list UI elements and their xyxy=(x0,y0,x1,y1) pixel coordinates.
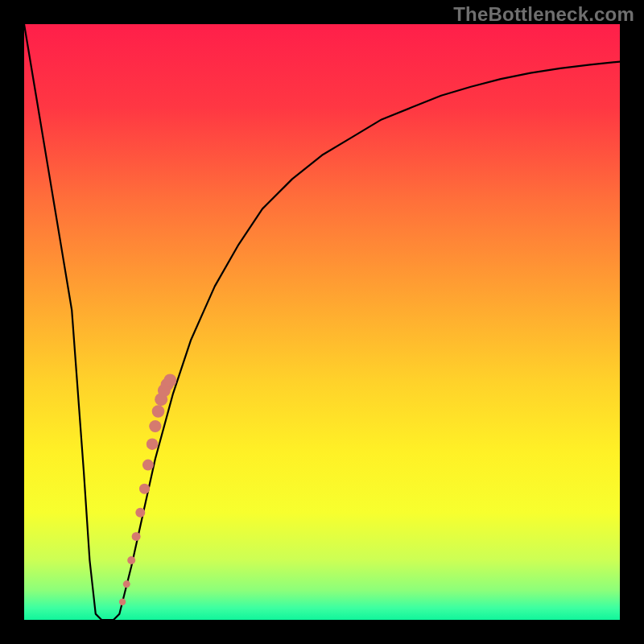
highlight-dot xyxy=(149,420,161,432)
highlight-dot xyxy=(123,580,130,588)
chart-frame: TheBottleneck.com xyxy=(0,0,644,644)
highlight-dot xyxy=(132,532,141,541)
highlight-dot xyxy=(139,484,150,494)
bottleneck-curve xyxy=(24,24,620,620)
plot-area xyxy=(24,24,620,620)
highlight-dots xyxy=(119,374,176,606)
highlight-dot xyxy=(163,374,176,387)
highlight-dot xyxy=(147,438,159,450)
highlight-dot xyxy=(152,405,165,418)
curve-layer xyxy=(24,24,620,620)
watermark-text: TheBottleneck.com xyxy=(453,3,634,26)
highlight-dot xyxy=(135,508,145,518)
highlight-dot xyxy=(119,599,126,605)
highlight-dot xyxy=(127,556,135,564)
highlight-dot xyxy=(142,460,154,471)
